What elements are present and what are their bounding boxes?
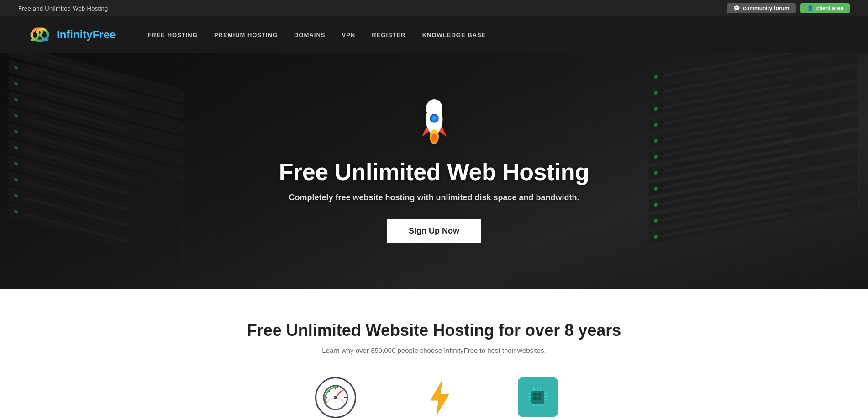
- svg-rect-21: [533, 387, 535, 391]
- svg-rect-24: [533, 404, 535, 407]
- svg-rect-19: [533, 397, 537, 400]
- svg-marker-15: [431, 381, 449, 415]
- hero-section: Free Unlimited Web Hosting Completely fr…: [0, 53, 868, 289]
- chip-icon: [524, 383, 552, 411]
- features-title: Free Unlimited Website Hosting for over …: [18, 321, 850, 340]
- top-bar-title: Free and Unlimited Web Hosting: [18, 5, 108, 12]
- top-bar-buttons: 💬 community forum 👤 client area: [727, 3, 850, 13]
- brand-logo-link[interactable]: InfinityFree: [27, 23, 116, 47]
- features-grid: Fastest Free Hosting 99.9% Uptime: [18, 377, 850, 420]
- svg-rect-30: [544, 393, 548, 394]
- svg-rect-22: [537, 387, 538, 391]
- svg-point-6: [431, 133, 437, 143]
- nav-vpn[interactable]: VPN: [342, 32, 356, 38]
- svg-rect-25: [537, 404, 538, 407]
- svg-rect-26: [540, 404, 541, 407]
- nav-register[interactable]: REGISTER: [372, 32, 405, 38]
- svg-point-14: [334, 396, 337, 399]
- svg-point-4: [432, 116, 437, 121]
- hero-content: Free Unlimited Web Hosting Completely fr…: [270, 90, 598, 252]
- nav-free-hosting[interactable]: FREE HOSTING: [147, 32, 198, 38]
- features-subtitle: Learn why over 350,000 people choose Inf…: [18, 346, 850, 354]
- nav-knowledge-base[interactable]: KNOWLEDGE BASE: [422, 32, 486, 38]
- signup-button[interactable]: Sign Up Now: [387, 219, 481, 243]
- svg-rect-31: [544, 396, 548, 397]
- infinity-logo-icon: [27, 23, 51, 47]
- feature-fastest: Fastest Free Hosting: [295, 377, 376, 420]
- client-area-button[interactable]: 👤 client area: [800, 3, 850, 13]
- svg-rect-17: [533, 393, 537, 396]
- hero-title: Free Unlimited Web Hosting: [279, 158, 589, 186]
- feature-uptime: 99.9% Uptime: [413, 377, 466, 420]
- lightning-icon-wrapper: [419, 377, 460, 418]
- brand-name: InfinityFree: [57, 28, 116, 41]
- lightning-icon: [424, 378, 456, 417]
- svg-rect-23: [540, 387, 541, 391]
- feature-unlimited: Unlimited Hosting: [503, 377, 573, 420]
- top-bar: Free and Unlimited Web Hosting 💬 communi…: [0, 0, 868, 16]
- navbar: InfinityFree FREE HOSTING PREMIUM HOSTIN…: [0, 16, 868, 53]
- user-icon: 👤: [807, 5, 814, 11]
- svg-rect-32: [544, 399, 548, 400]
- community-forum-button[interactable]: 💬 community forum: [727, 3, 795, 13]
- speedometer-icon: [322, 384, 349, 411]
- nav-premium-hosting[interactable]: PREMIUM HOSTING: [214, 32, 278, 38]
- speedometer-icon-wrapper: [315, 377, 356, 418]
- svg-rect-28: [528, 396, 531, 397]
- svg-rect-27: [528, 393, 531, 394]
- nav-links: FREE HOSTING PREMIUM HOSTING DOMAINS VPN…: [147, 32, 486, 38]
- chip-icon-wrapper: [518, 377, 558, 417]
- svg-rect-29: [528, 399, 531, 400]
- features-section: Free Unlimited Website Hosting for over …: [0, 289, 868, 420]
- svg-rect-20: [538, 397, 541, 400]
- svg-rect-18: [538, 393, 541, 396]
- nav-domains[interactable]: DOMAINS: [294, 32, 325, 38]
- chat-icon: 💬: [733, 5, 740, 11]
- hero-subtitle: Completely free website hosting with unl…: [279, 193, 589, 202]
- rocket-icon: [279, 99, 589, 154]
- svg-rect-16: [531, 391, 544, 404]
